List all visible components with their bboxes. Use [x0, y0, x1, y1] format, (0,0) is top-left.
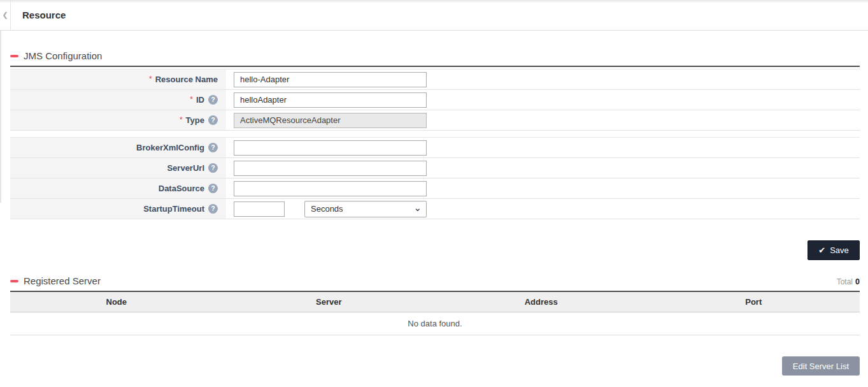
form-row-type: * Type ?	[10, 110, 860, 131]
help-icon[interactable]: ?	[208, 184, 218, 193]
startuptimeout-label-cell: StartupTimeout ?	[10, 199, 226, 219]
help-icon[interactable]: ?	[208, 115, 218, 125]
jms-section-title: JMS Configuration	[24, 50, 102, 61]
page-header: ❮ Resource	[0, 0, 868, 31]
startuptimeout-value-cell: Seconds ⌄	[226, 199, 860, 219]
required-marker: *	[190, 95, 193, 104]
type-label: Type	[186, 115, 204, 125]
id-value-cell	[226, 90, 860, 110]
startuptimeout-input[interactable]	[234, 201, 285, 217]
resource-name-value-cell	[226, 69, 860, 89]
form-row-resource-name: * Resource Name	[10, 69, 860, 90]
brokerxmlconfig-input[interactable]	[234, 140, 427, 156]
type-label-cell: * Type ?	[10, 110, 226, 130]
save-button[interactable]: ✔ Save	[808, 240, 860, 260]
jms-section-header: JMS Configuration	[10, 50, 860, 61]
resource-name-input[interactable]	[234, 72, 427, 87]
serverurl-label: ServerUrl	[167, 163, 204, 173]
type-value-cell	[226, 110, 860, 130]
total-value: 0	[855, 277, 860, 286]
form-row-id: * ID ?	[10, 90, 860, 110]
form-group-gap	[10, 131, 860, 135]
left-panel-edge	[0, 31, 1, 203]
startuptimeout-unit-wrap: Seconds ⌄	[304, 201, 427, 217]
section-divider	[10, 66, 860, 67]
save-button-label: Save	[830, 245, 849, 255]
page-title: Resource	[22, 10, 66, 20]
jms-form-group-2: BrokerXmlConfig ? ServerUrl ? DataSource…	[10, 137, 860, 219]
id-label-cell: * ID ?	[10, 90, 226, 110]
datasource-value-cell	[226, 179, 860, 198]
column-header-address: Address	[435, 297, 648, 307]
help-icon[interactable]: ?	[208, 163, 218, 173]
datasource-label-cell: DataSource ?	[10, 179, 226, 198]
required-marker: *	[180, 115, 183, 124]
brokerxmlconfig-label: BrokerXmlConfig	[136, 143, 204, 152]
registered-server-title: Registered Server	[24, 275, 101, 286]
column-header-server: Server	[223, 297, 436, 307]
main-content: JMS Configuration * Resource Name * ID ?	[0, 50, 868, 376]
total-label: Total	[837, 277, 853, 286]
jms-form-group-1: * Resource Name * ID ? * Type ?	[10, 69, 860, 131]
serverurl-input[interactable]	[234, 161, 427, 176]
form-row-brokerxmlconfig: BrokerXmlConfig ?	[10, 138, 860, 158]
id-label: ID	[196, 95, 204, 105]
no-data-message: No data found.	[408, 319, 462, 328]
checkmark-icon: ✔	[818, 245, 825, 255]
column-header-port: Port	[648, 297, 860, 307]
chevron-left-icon: ❮	[2, 11, 8, 19]
form-row-serverurl: ServerUrl ?	[10, 158, 860, 179]
server-table-header: Node Server Address Port	[10, 292, 860, 312]
required-marker: *	[149, 75, 152, 84]
datasource-input[interactable]	[234, 181, 427, 196]
help-icon[interactable]: ?	[208, 95, 218, 105]
brokerxmlconfig-value-cell	[226, 138, 860, 157]
type-input-disabled	[234, 113, 427, 128]
form-row-startuptimeout: StartupTimeout ? Seconds ⌄	[10, 199, 860, 219]
datasource-label: DataSource	[159, 184, 204, 193]
id-input[interactable]	[234, 92, 427, 108]
column-header-node: Node	[10, 297, 223, 307]
no-data-row: No data found.	[10, 312, 860, 335]
help-icon[interactable]: ?	[208, 204, 218, 214]
serverurl-value-cell	[226, 158, 860, 178]
startuptimeout-unit-select[interactable]: Seconds	[304, 201, 427, 217]
brokerxmlconfig-label-cell: BrokerXmlConfig ?	[10, 138, 226, 157]
save-button-row: ✔ Save	[10, 240, 860, 260]
resource-name-label: Resource Name	[155, 75, 218, 84]
serverurl-label-cell: ServerUrl ?	[10, 158, 226, 178]
collapse-panel-button[interactable]: ❮	[0, 0, 11, 30]
resource-name-label-cell: * Resource Name	[10, 69, 226, 89]
total-count: Total0	[837, 277, 860, 286]
edit-button-row: Edit Server List	[10, 356, 860, 376]
edit-server-list-button[interactable]: Edit Server List	[782, 356, 860, 376]
startuptimeout-label: StartupTimeout	[143, 204, 204, 214]
help-icon[interactable]: ?	[208, 143, 218, 152]
section-dash-icon	[10, 280, 18, 282]
registered-server-section-header: Registered Server Total0	[10, 275, 860, 286]
form-row-datasource: DataSource ?	[10, 179, 860, 199]
section-dash-icon	[10, 55, 18, 57]
